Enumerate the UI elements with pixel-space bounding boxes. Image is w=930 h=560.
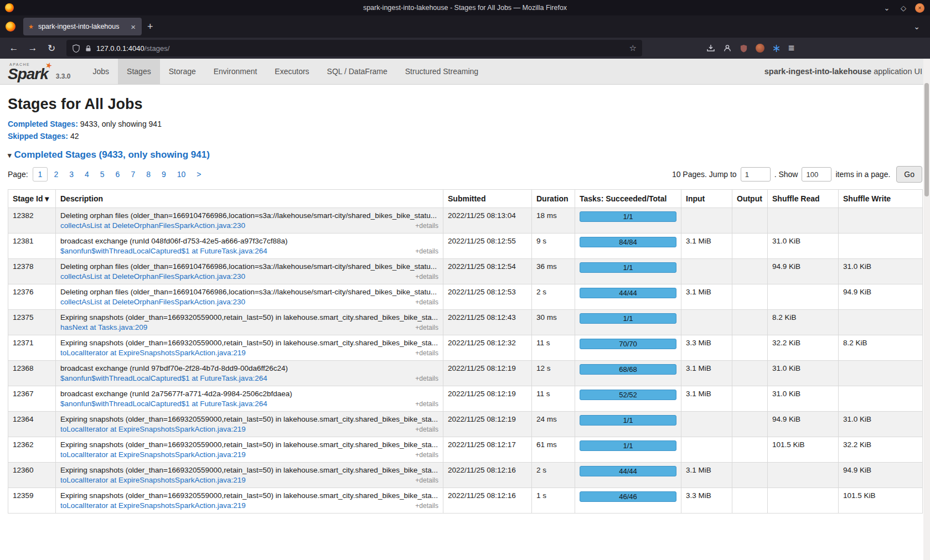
page-link-6[interactable]: 6 <box>111 168 125 181</box>
stage-detail-link[interactable]: collectAsList at DeleteOrphanFilesSparkA… <box>60 221 245 230</box>
stage-detail-link[interactable]: $anonfun$withThreadLocalCaptured$1 at Fu… <box>60 400 267 408</box>
submitted-cell: 2022/11/25 08:12:19 <box>443 386 532 412</box>
completed-stages-section-header[interactable]: ▾Completed Stages (9433, only showing 94… <box>8 149 922 160</box>
skipped-stages-link[interactable]: Skipped Stages: <box>8 132 68 141</box>
reload-button[interactable]: ↻ <box>43 40 60 56</box>
items-per-page-input[interactable] <box>802 167 831 182</box>
stage-description: broadcast exchange (runId 048fd06f-d753-… <box>60 237 438 245</box>
list-all-tabs-icon[interactable]: ⌄ <box>909 22 924 31</box>
page-link-5[interactable]: 5 <box>95 168 110 181</box>
column-header-submitted[interactable]: Submitted <box>443 190 532 208</box>
details-toggle[interactable]: +details <box>415 502 438 510</box>
page-link-next[interactable]: > <box>192 168 206 181</box>
details-toggle[interactable]: +details <box>415 222 438 230</box>
tracking-shield-icon[interactable] <box>72 44 80 53</box>
account-icon[interactable] <box>723 44 732 53</box>
spark-nav-item-environment[interactable]: Environment <box>205 59 266 84</box>
details-toggle[interactable]: +details <box>415 298 438 306</box>
spark-logo[interactable]: APACHE Spark ★ 3.3.0 <box>0 59 75 84</box>
tasks-cell: 1/1 <box>575 259 681 284</box>
details-toggle[interactable]: +details <box>415 400 438 408</box>
stage-detail-link[interactable]: toLocalIterator at ExpireSnapshotsSparkA… <box>60 501 246 510</box>
forward-button[interactable]: → <box>24 40 41 56</box>
go-button[interactable]: Go <box>896 166 922 183</box>
column-header-tasks-succeeded-total[interactable]: Tasks: Succeeded/Total <box>575 190 681 208</box>
profile-avatar-icon[interactable] <box>756 44 764 53</box>
column-header-description[interactable]: Description <box>56 190 443 208</box>
spark-nav-item-stages[interactable]: Stages <box>118 59 160 84</box>
window-maximize-button[interactable]: ◇ <box>898 4 908 12</box>
downloads-icon[interactable] <box>706 44 715 53</box>
stage-detail-link[interactable]: toLocalIterator at ExpireSnapshotsSparkA… <box>60 476 246 484</box>
bookmark-star-icon[interactable]: ☆ <box>629 43 637 53</box>
stage-detail-link[interactable]: toLocalIterator at ExpireSnapshotsSparkA… <box>60 349 246 357</box>
details-toggle[interactable]: +details <box>415 375 438 382</box>
url-bar[interactable]: 127.0.0.1:4040/stages/ ☆ <box>66 40 642 56</box>
stage-detail-link[interactable]: collectAsList at DeleteOrphanFilesSparkA… <box>60 272 245 281</box>
column-header-input[interactable]: Input <box>681 190 732 208</box>
stage-detail-link[interactable]: toLocalIterator at ExpireSnapshotsSparkA… <box>60 450 246 459</box>
column-header-shuffle-write[interactable]: Shuffle Write <box>839 190 923 208</box>
output-cell <box>732 361 768 386</box>
table-row: 12375 Expiring snapshots (older_than=166… <box>8 310 923 335</box>
scrollbar-thumb[interactable] <box>924 83 929 196</box>
page-link-3[interactable]: 3 <box>64 168 79 181</box>
firefox-view-icon[interactable] <box>6 22 16 32</box>
stage-detail-link[interactable]: toLocalIterator at ExpireSnapshotsSparkA… <box>60 425 246 433</box>
column-header-stage-id[interactable]: Stage Id ▾ <box>8 190 56 208</box>
extension-snowflake-icon[interactable] <box>772 44 781 53</box>
hamburger-menu-icon[interactable]: ≡ <box>788 42 794 54</box>
new-tab-button[interactable]: + <box>142 20 159 34</box>
column-header-duration[interactable]: Duration <box>532 190 575 208</box>
details-toggle[interactable]: +details <box>415 273 438 281</box>
page-link-10[interactable]: 10 <box>172 168 191 181</box>
page-link-1[interactable]: 1 <box>33 167 48 182</box>
spark-nav-item-structured-streaming[interactable]: Structured Streaming <box>396 59 487 84</box>
page-link-2[interactable]: 2 <box>49 168 63 181</box>
url-input[interactable]: 127.0.0.1:4040/stages/ <box>96 44 625 53</box>
jump-to-page-input[interactable] <box>741 167 771 182</box>
description-cell: Expiring snapshots (older_than=166932055… <box>56 310 443 335</box>
page-link-4[interactable]: 4 <box>80 168 94 181</box>
page-link-8[interactable]: 8 <box>141 168 156 181</box>
page-scrollbar[interactable] <box>923 59 930 560</box>
shuffle-write-cell <box>839 310 923 335</box>
details-toggle[interactable]: +details <box>415 247 438 255</box>
spark-nav-item-storage[interactable]: Storage <box>160 59 205 84</box>
connection-lock-icon[interactable] <box>85 45 92 52</box>
back-button[interactable]: ← <box>6 40 22 56</box>
tab-close-icon[interactable]: × <box>130 22 137 32</box>
tasks-progress-label: 52/52 <box>619 391 637 399</box>
window-close-button[interactable]: × <box>915 3 924 13</box>
page-link-7[interactable]: 7 <box>126 168 140 181</box>
output-cell <box>732 488 768 514</box>
window-minimize-button[interactable]: ⌄ <box>882 4 892 12</box>
duration-cell: 61 ms <box>532 437 575 463</box>
stage-detail-link[interactable]: collectAsList at DeleteOrphanFilesSparkA… <box>60 298 245 306</box>
application-suffix: application UI <box>871 67 922 76</box>
adblock-shield-icon[interactable] <box>740 44 748 53</box>
browser-tab[interactable]: ★ spark-ingest-into-lakehous × <box>23 18 142 35</box>
page-link-9[interactable]: 9 <box>157 168 171 181</box>
details-toggle[interactable]: +details <box>415 476 438 484</box>
completed-stages-link[interactable]: Completed Stages: <box>8 120 78 128</box>
spark-nav-item-executors[interactable]: Executors <box>266 59 318 84</box>
spark-version: 3.3.0 <box>56 72 71 82</box>
table-row: 12362 Expiring snapshots (older_than=166… <box>8 437 923 463</box>
details-toggle[interactable]: +details <box>415 349 438 357</box>
spark-nav-item-sql-dataframe[interactable]: SQL / DataFrame <box>318 59 396 84</box>
stage-description: Deleting orphan files (older_than=166910… <box>60 262 438 271</box>
stage-detail-link[interactable]: hasNext at Tasks.java:209 <box>60 323 147 331</box>
page-content: Stages for All Jobs Completed Stages:943… <box>0 96 930 514</box>
column-header-shuffle-read[interactable]: Shuffle Read <box>768 190 839 208</box>
column-header-output[interactable]: Output <box>732 190 768 208</box>
stage-detail-link[interactable]: $anonfun$withThreadLocalCaptured$1 at Fu… <box>60 247 267 255</box>
details-toggle[interactable]: +details <box>415 324 438 331</box>
tasks-progress-label: 44/44 <box>619 467 637 475</box>
details-toggle[interactable]: +details <box>415 451 438 459</box>
stage-id-cell: 12371 <box>8 335 56 361</box>
shuffle-write-cell: 32.2 KiB <box>839 437 923 463</box>
details-toggle[interactable]: +details <box>415 426 438 433</box>
stage-detail-link[interactable]: $anonfun$withThreadLocalCaptured$1 at Fu… <box>60 374 267 382</box>
spark-nav-item-jobs[interactable]: Jobs <box>84 59 118 84</box>
